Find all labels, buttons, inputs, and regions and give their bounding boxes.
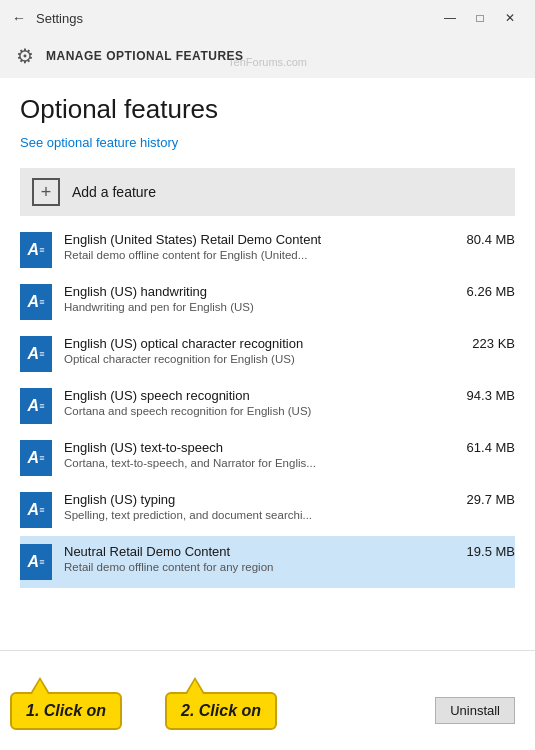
gear-icon: ⚙ — [16, 44, 34, 68]
settings-window: ← Settings — □ ✕ ⚙ MANAGE OPTIONAL FEATU… — [0, 0, 535, 750]
feature-name: English (US) handwriting — [64, 284, 207, 299]
feature-size: 80.4 MB — [467, 232, 515, 247]
annotation-2: 2. Click on — [165, 692, 277, 730]
page-header: ⚙ MANAGE OPTIONAL FEATURES — [0, 36, 535, 78]
feature-size: 223 KB — [472, 336, 515, 351]
feature-item[interactable]: A≡ English (US) text-to-speech 61.4 MB C… — [20, 432, 515, 484]
feature-name: English (US) text-to-speech — [64, 440, 223, 455]
feature-icon: A≡ — [20, 544, 52, 580]
add-feature-row[interactable]: + Add a feature — [20, 168, 515, 216]
feature-info: English (US) typing 29.7 MB Spelling, te… — [64, 492, 515, 521]
window-controls: — □ ✕ — [437, 8, 523, 28]
feature-desc: Spelling, text prediction, and document … — [64, 509, 515, 521]
feature-desc: Cortana and speech recognition for Engli… — [64, 405, 515, 417]
feature-item[interactable]: A≡ English (US) optical character recogn… — [20, 328, 515, 380]
feature-icon: A≡ — [20, 388, 52, 424]
minimize-button[interactable]: — — [437, 8, 463, 28]
feature-info: English (US) handwriting 6.26 MB Handwri… — [64, 284, 515, 313]
feature-size: 61.4 MB — [467, 440, 515, 455]
feature-size: 6.26 MB — [467, 284, 515, 299]
feature-size: 19.5 MB — [467, 544, 515, 559]
back-button[interactable]: ← — [12, 10, 26, 26]
window-title: Settings — [36, 11, 437, 26]
feature-name: English (US) speech recognition — [64, 388, 250, 403]
feature-name: English (United States) Retail Demo Cont… — [64, 232, 321, 247]
plus-icon: + — [32, 178, 60, 206]
feature-icon: A≡ — [20, 284, 52, 320]
bottom-area: 1. Click on 2. Click on Uninstall — [0, 650, 535, 750]
feature-icon: A≡ — [20, 440, 52, 476]
feature-name: Neutral Retail Demo Content — [64, 544, 230, 559]
feature-item[interactable]: A≡ English (US) handwriting 6.26 MB Hand… — [20, 276, 515, 328]
feature-item[interactable]: A≡ English (US) typing 29.7 MB Spelling,… — [20, 484, 515, 536]
feature-item[interactable]: A≡ English (US) speech recognition 94.3 … — [20, 380, 515, 432]
feature-desc: Handwriting and pen for English (US) — [64, 301, 515, 313]
feature-size: 94.3 MB — [467, 388, 515, 403]
feature-icon: A≡ — [20, 336, 52, 372]
annotation-1: 1. Click on — [10, 692, 122, 730]
see-history-link[interactable]: See optional feature history — [20, 135, 515, 150]
feature-size: 29.7 MB — [467, 492, 515, 507]
feature-item[interactable]: A≡ Neutral Retail Demo Content 19.5 MB R… — [20, 536, 515, 588]
header-title: MANAGE OPTIONAL FEATURES — [46, 49, 244, 63]
feature-name: English (US) typing — [64, 492, 175, 507]
maximize-button[interactable]: □ — [467, 8, 493, 28]
feature-info: English (United States) Retail Demo Cont… — [64, 232, 515, 261]
feature-list: A≡ English (United States) Retail Demo C… — [20, 224, 515, 588]
close-button[interactable]: ✕ — [497, 8, 523, 28]
feature-desc: Retail demo offline content for English … — [64, 249, 515, 261]
feature-info: English (US) speech recognition 94.3 MB … — [64, 388, 515, 417]
uninstall-button[interactable]: Uninstall — [435, 697, 515, 724]
feature-name: English (US) optical character recogniti… — [64, 336, 303, 351]
feature-icon: A≡ — [20, 492, 52, 528]
page-title: Optional features — [20, 94, 515, 125]
main-content: Optional features See optional feature h… — [0, 78, 535, 650]
feature-desc: Optical character recognition for Englis… — [64, 353, 515, 365]
feature-desc: Retail demo offline content for any regi… — [64, 561, 515, 573]
feature-desc: Cortana, text-to-speech, and Narrator fo… — [64, 457, 515, 469]
feature-info: English (US) text-to-speech 61.4 MB Cort… — [64, 440, 515, 469]
feature-icon: A≡ — [20, 232, 52, 268]
title-bar: ← Settings — □ ✕ — [0, 0, 535, 36]
feature-info: English (US) optical character recogniti… — [64, 336, 515, 365]
add-feature-label: Add a feature — [72, 184, 156, 200]
feature-info: Neutral Retail Demo Content 19.5 MB Reta… — [64, 544, 515, 573]
feature-item[interactable]: A≡ English (United States) Retail Demo C… — [20, 224, 515, 276]
